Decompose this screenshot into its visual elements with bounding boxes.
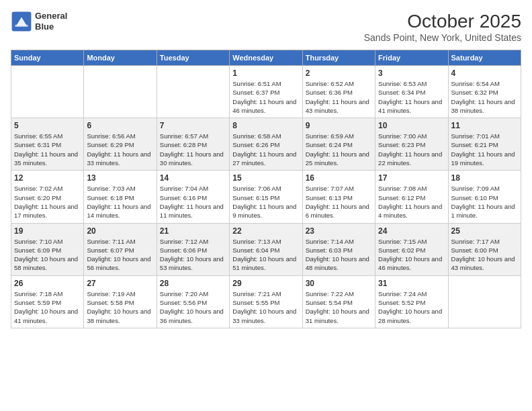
svg-rect-2 [15,25,28,27]
calendar-cell: 1Sunrise: 6:51 AM Sunset: 6:37 PM Daylig… [230,66,302,118]
calendar-cell: 23Sunrise: 7:14 AM Sunset: 6:03 PM Dayli… [302,223,375,275]
calendar-cell: 19Sunrise: 7:10 AM Sunset: 6:09 PM Dayli… [11,223,84,275]
day-content: Sunrise: 7:02 AM Sunset: 6:20 PM Dayligh… [14,184,81,220]
day-number: 28 [160,279,226,288]
day-content: Sunrise: 6:51 AM Sunset: 6:37 PM Dayligh… [232,79,299,115]
day-number: 4 [451,68,518,78]
day-number: 2 [306,68,372,78]
day-content: Sunrise: 7:04 AM Sunset: 6:16 PM Dayligh… [160,184,226,220]
day-number: 25 [451,226,518,236]
day-content: Sunrise: 7:06 AM Sunset: 6:15 PM Dayligh… [232,184,299,220]
calendar-cell: 26Sunrise: 7:18 AM Sunset: 5:59 PM Dayli… [11,275,84,328]
calendar-cell: 8Sunrise: 6:58 AM Sunset: 6:26 PM Daylig… [230,118,302,171]
day-content: Sunrise: 6:58 AM Sunset: 6:26 PM Dayligh… [232,132,299,167]
calendar-cell: 5Sunrise: 6:55 AM Sunset: 6:31 PM Daylig… [11,118,84,171]
calendar-cell: 7Sunrise: 6:57 AM Sunset: 6:28 PM Daylig… [157,118,229,171]
week-row-1: 1Sunrise: 6:51 AM Sunset: 6:37 PM Daylig… [11,66,521,118]
day-number: 29 [232,279,299,288]
logo-icon [11,11,32,32]
day-number: 21 [160,226,226,236]
calendar-cell: 16Sunrise: 7:07 AM Sunset: 6:13 PM Dayli… [302,171,375,223]
weekday-header-thursday: Thursday [302,50,375,66]
calendar-cell: 13Sunrise: 7:03 AM Sunset: 6:18 PM Dayli… [84,171,157,223]
day-number: 20 [87,226,153,236]
week-row-4: 19Sunrise: 7:10 AM Sunset: 6:09 PM Dayli… [11,223,521,275]
day-number: 14 [160,173,226,183]
day-content: Sunrise: 7:17 AM Sunset: 6:00 PM Dayligh… [451,237,518,273]
day-content: Sunrise: 6:59 AM Sunset: 6:24 PM Dayligh… [306,132,372,167]
day-number: 30 [306,279,372,288]
day-content: Sunrise: 7:13 AM Sunset: 6:04 PM Dayligh… [232,237,299,273]
week-row-3: 12Sunrise: 7:02 AM Sunset: 6:20 PM Dayli… [11,171,521,223]
calendar-cell: 24Sunrise: 7:15 AM Sunset: 6:02 PM Dayli… [375,223,448,275]
day-content: Sunrise: 7:21 AM Sunset: 5:55 PM Dayligh… [232,289,299,325]
calendar-cell: 22Sunrise: 7:13 AM Sunset: 6:04 PM Dayli… [230,223,302,275]
weekday-header-friday: Friday [375,50,448,66]
weekday-header-monday: Monday [84,50,157,66]
calendar-cell: 3Sunrise: 6:53 AM Sunset: 6:34 PM Daylig… [375,66,448,118]
calendar-cell: 20Sunrise: 7:11 AM Sunset: 6:07 PM Dayli… [84,223,157,275]
week-row-2: 5Sunrise: 6:55 AM Sunset: 6:31 PM Daylig… [11,118,521,171]
calendar-cell [11,66,84,118]
calendar-cell: 25Sunrise: 7:17 AM Sunset: 6:00 PM Dayli… [448,223,521,275]
page-header: General Blue October 2025 Sands Point, N… [11,11,521,43]
day-content: Sunrise: 6:54 AM Sunset: 6:32 PM Dayligh… [451,79,518,115]
weekday-header-wednesday: Wednesday [230,50,302,66]
calendar-table: SundayMondayTuesdayWednesdayThursdayFrid… [11,50,521,328]
day-content: Sunrise: 6:57 AM Sunset: 6:28 PM Dayligh… [160,132,226,167]
day-content: Sunrise: 6:56 AM Sunset: 6:29 PM Dayligh… [87,132,153,167]
calendar-cell: 14Sunrise: 7:04 AM Sunset: 6:16 PM Dayli… [157,171,229,223]
day-number: 18 [451,173,518,183]
day-number: 9 [306,121,372,130]
day-number: 23 [306,226,372,236]
day-content: Sunrise: 6:52 AM Sunset: 6:36 PM Dayligh… [306,79,372,115]
calendar-cell: 11Sunrise: 7:01 AM Sunset: 6:21 PM Dayli… [448,118,521,171]
day-number: 11 [451,121,518,130]
weekday-header-tuesday: Tuesday [157,50,229,66]
calendar-cell: 12Sunrise: 7:02 AM Sunset: 6:20 PM Dayli… [11,171,84,223]
day-content: Sunrise: 7:19 AM Sunset: 5:58 PM Dayligh… [87,289,153,325]
day-content: Sunrise: 7:14 AM Sunset: 6:03 PM Dayligh… [306,237,372,273]
calendar-cell: 18Sunrise: 7:09 AM Sunset: 6:10 PM Dayli… [448,171,521,223]
day-number: 26 [14,279,81,288]
calendar-cell: 21Sunrise: 7:12 AM Sunset: 6:06 PM Dayli… [157,223,229,275]
logo-text: General Blue [35,11,67,32]
day-content: Sunrise: 7:22 AM Sunset: 5:54 PM Dayligh… [306,289,372,325]
day-content: Sunrise: 7:24 AM Sunset: 5:52 PM Dayligh… [378,289,445,325]
calendar-cell [157,66,229,118]
day-number: 17 [378,173,445,183]
calendar-cell: 2Sunrise: 6:52 AM Sunset: 6:36 PM Daylig… [302,66,375,118]
location-subtitle: Sands Point, New York, United States [364,32,521,43]
calendar-cell: 10Sunrise: 7:00 AM Sunset: 6:23 PM Dayli… [375,118,448,171]
day-content: Sunrise: 7:03 AM Sunset: 6:18 PM Dayligh… [87,184,153,220]
month-title: October 2025 [364,11,521,32]
calendar-cell: 28Sunrise: 7:20 AM Sunset: 5:56 PM Dayli… [157,275,229,328]
day-content: Sunrise: 6:55 AM Sunset: 6:31 PM Dayligh… [14,132,81,167]
day-number: 1 [232,68,299,78]
title-block: October 2025 Sands Point, New York, Unit… [364,11,521,43]
day-number: 8 [232,121,299,130]
day-number: 10 [378,121,445,130]
weekday-header-sunday: Sunday [11,50,84,66]
day-content: Sunrise: 7:18 AM Sunset: 5:59 PM Dayligh… [14,289,81,325]
day-number: 31 [378,279,445,288]
day-content: Sunrise: 7:01 AM Sunset: 6:21 PM Dayligh… [451,132,518,167]
day-number: 15 [232,173,299,183]
day-number: 5 [14,121,81,130]
day-number: 7 [160,121,226,130]
day-number: 19 [14,226,81,236]
weekday-header-row: SundayMondayTuesdayWednesdayThursdayFrid… [11,50,521,66]
day-number: 16 [306,173,372,183]
day-number: 6 [87,121,153,130]
calendar-cell: 17Sunrise: 7:08 AM Sunset: 6:12 PM Dayli… [375,171,448,223]
calendar-cell: 30Sunrise: 7:22 AM Sunset: 5:54 PM Dayli… [302,275,375,328]
day-content: Sunrise: 7:09 AM Sunset: 6:10 PM Dayligh… [451,184,518,220]
calendar-cell: 9Sunrise: 6:59 AM Sunset: 6:24 PM Daylig… [302,118,375,171]
day-content: Sunrise: 7:07 AM Sunset: 6:13 PM Dayligh… [306,184,372,220]
day-content: Sunrise: 7:11 AM Sunset: 6:07 PM Dayligh… [87,237,153,273]
calendar-cell [84,66,157,118]
day-content: Sunrise: 7:20 AM Sunset: 5:56 PM Dayligh… [160,289,226,325]
day-number: 27 [87,279,153,288]
calendar-cell: 31Sunrise: 7:24 AM Sunset: 5:52 PM Dayli… [375,275,448,328]
day-content: Sunrise: 6:53 AM Sunset: 6:34 PM Dayligh… [378,79,445,115]
